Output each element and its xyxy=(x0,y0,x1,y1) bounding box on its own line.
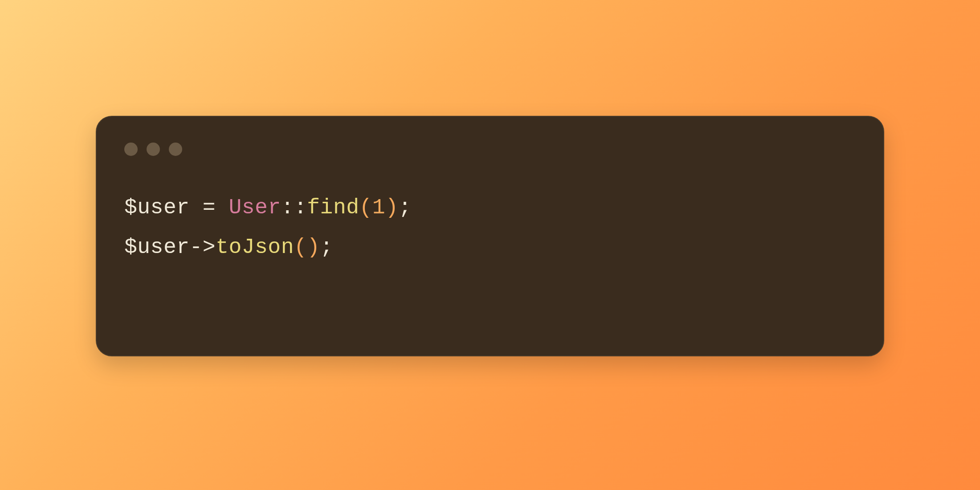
token-variable: $user xyxy=(124,196,190,220)
code-window: $user = User::find(1); $user->toJson(); xyxy=(96,116,884,356)
token-space xyxy=(216,196,229,220)
code-content: $user = User::find(1); $user->toJson(); xyxy=(124,188,856,267)
code-line-2: $user->toJson(); xyxy=(124,228,856,267)
token-number: 1 xyxy=(372,196,385,220)
traffic-light-maximize-icon[interactable] xyxy=(169,143,182,156)
traffic-light-close-icon[interactable] xyxy=(124,143,138,156)
token-function: toJson xyxy=(216,235,294,259)
token-function: find xyxy=(307,196,359,220)
token-arrow: -> xyxy=(190,235,216,259)
token-semicolon: ; xyxy=(398,196,411,220)
token-paren-open: ( xyxy=(294,235,307,259)
token-class: User xyxy=(229,196,281,220)
token-static-operator: :: xyxy=(281,196,307,220)
token-variable: $user xyxy=(124,235,190,259)
token-operator: = xyxy=(203,196,216,220)
token-paren-open: ( xyxy=(359,196,372,220)
traffic-lights xyxy=(124,143,856,156)
token-semicolon: ; xyxy=(320,235,333,259)
token-paren-close: ) xyxy=(385,196,398,220)
code-line-1: $user = User::find(1); xyxy=(124,188,856,228)
traffic-light-minimize-icon[interactable] xyxy=(147,143,160,156)
token-paren-close: ) xyxy=(307,235,320,259)
token-space xyxy=(190,196,203,220)
